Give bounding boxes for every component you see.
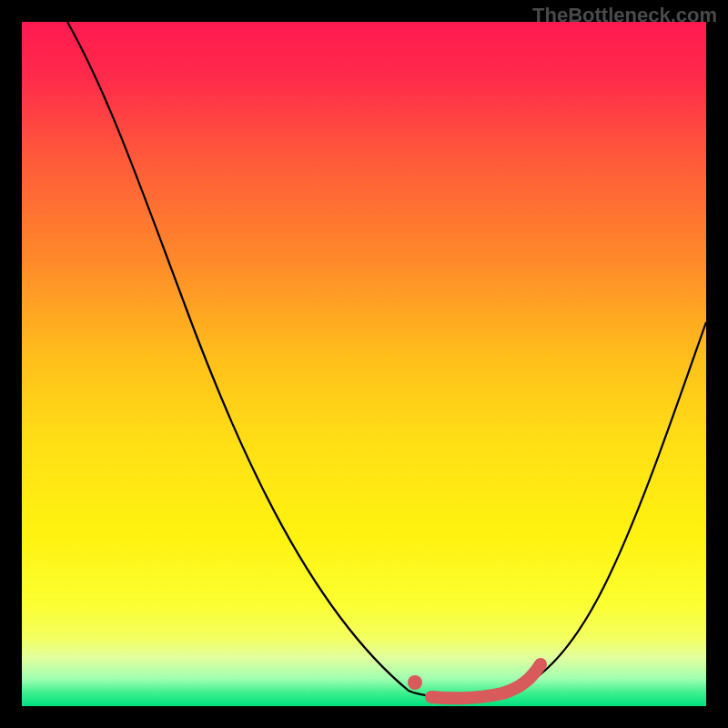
watermark-text: TheBottleneck.com: [532, 4, 717, 27]
optimal-dot: [408, 675, 422, 690]
plot-area: [22, 22, 706, 706]
bottleneck-curve: [22, 22, 706, 706]
optimal-segment: [431, 664, 541, 698]
main-curve: [67, 22, 706, 697]
